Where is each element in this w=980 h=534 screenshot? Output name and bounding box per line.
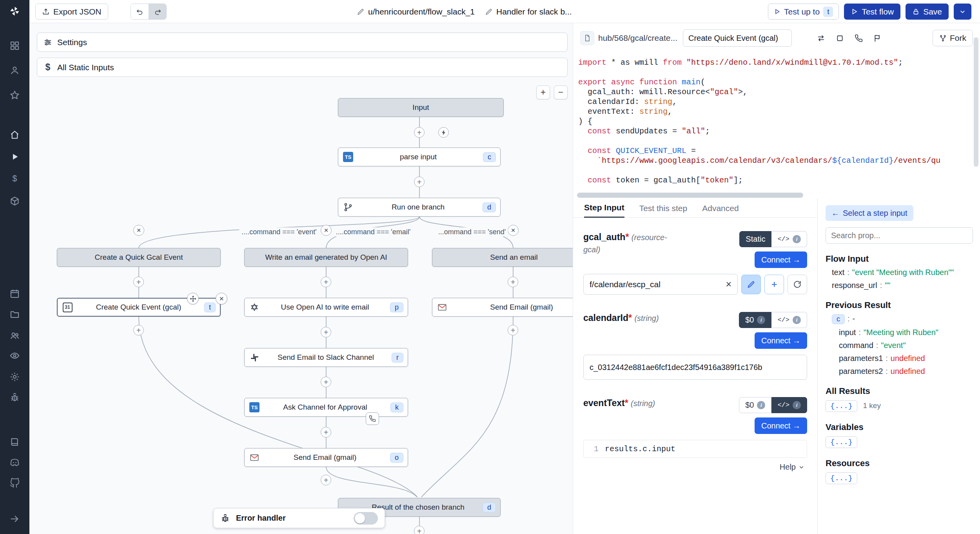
insert-step-plus-icon[interactable]: +: [321, 277, 331, 287]
flow-path-breadcrumb[interactable]: u/henricourdent/flow_slack_1: [357, 0, 475, 23]
test-flow-button[interactable]: Test flow: [844, 4, 900, 20]
expand-object-button[interactable]: {...}: [826, 400, 857, 412]
connect-button[interactable]: Connect →: [755, 252, 807, 268]
delete-branch-icon[interactable]: ×: [508, 225, 519, 236]
zoom-in-button[interactable]: +: [536, 86, 550, 99]
prop-row[interactable]: c:-: [832, 314, 973, 324]
insert-step-plus-icon[interactable]: +: [133, 277, 144, 287]
node-ask-channel-for-approval[interactable]: TS Ask Channel for Approval k: [244, 398, 408, 417]
expand-box-icon[interactable]: [832, 30, 848, 46]
trigger-bolt-icon[interactable]: [438, 127, 449, 138]
code-mode-button[interactable]: </>i: [771, 231, 807, 247]
fork-button[interactable]: Fork: [933, 30, 973, 46]
undo-button[interactable]: [131, 4, 149, 19]
workers-bug-icon[interactable]: [6, 389, 23, 406]
flow-summary-breadcrumb[interactable]: Handler for slack b...: [485, 0, 572, 23]
connect-button[interactable]: Connect →: [755, 332, 807, 349]
node-branch-write-email-openai[interactable]: Write an email generated by Open AI: [244, 248, 408, 267]
node-input[interactable]: Input: [338, 98, 504, 117]
home-icon[interactable]: [6, 126, 23, 143]
static-mode-button[interactable]: Static: [739, 231, 771, 247]
node-branch-create-gcal-event[interactable]: Create a Quick Gcal Event: [57, 248, 221, 267]
all-static-inputs-bar[interactable]: $ All Static Inputs: [37, 58, 568, 77]
insert-step-plus-icon[interactable]: +: [133, 325, 144, 335]
node-parse-input[interactable]: TS parse input c: [338, 148, 501, 166]
prop-row[interactable]: text:"event "Meeting with Ruben"": [832, 268, 973, 277]
tab-advanced[interactable]: Advanced: [702, 204, 739, 217]
insert-step-plus-icon[interactable]: +: [508, 277, 518, 287]
node-send-email-slack-channel[interactable]: Send Email to Slack Channel r: [244, 348, 408, 367]
node-create-quick-event-gcal[interactable]: 31 Create Quick Event (gcal) t ×: [57, 298, 221, 317]
docs-book-icon[interactable]: [6, 434, 23, 450]
audit-eye-icon[interactable]: [6, 347, 23, 364]
prop-row[interactable]: parameters2:undefined: [839, 367, 973, 376]
insert-step-plus-icon[interactable]: +: [321, 327, 331, 337]
groups-icon[interactable]: [6, 327, 23, 344]
remove-step-icon[interactable]: ×: [216, 293, 227, 304]
delete-branch-icon[interactable]: ×: [133, 225, 144, 236]
code-horizontal-scrollbar[interactable]: [577, 193, 803, 198]
insert-step-plus-icon[interactable]: +: [414, 177, 425, 187]
static-mode-button[interactable]: $0i: [739, 312, 771, 328]
error-handler-toggle[interactable]: [354, 512, 378, 525]
connect-button[interactable]: Connect →: [755, 417, 807, 434]
expression-editor[interactable]: 1 results.c.input: [583, 440, 807, 458]
flag-icon[interactable]: [869, 30, 886, 46]
clear-resource-icon[interactable]: ×: [726, 279, 731, 290]
diff-swap-icon[interactable]: [813, 30, 829, 46]
script-path-chip[interactable]: hub/568/gcal/create...: [580, 31, 677, 45]
select-step-input-button[interactable]: ← Select a step input: [826, 205, 913, 221]
insert-step-plus-icon[interactable]: +: [414, 127, 425, 138]
save-button[interactable]: Save: [906, 4, 949, 20]
node-send-email-gmail-branch-b[interactable]: Send Email (gmail) o: [244, 448, 408, 467]
folders-icon[interactable]: [6, 306, 23, 323]
prop-row[interactable]: response_url:"": [832, 281, 973, 290]
calendar-id-input[interactable]: [583, 355, 807, 380]
insert-step-plus-icon[interactable]: +: [414, 526, 425, 534]
refresh-resource-button[interactable]: [788, 275, 807, 294]
prop-row[interactable]: input:"Meeting with Ruben": [839, 328, 973, 337]
add-resource-button[interactable]: +: [764, 275, 784, 294]
schedules-calendar-icon[interactable]: [6, 285, 23, 302]
search-prop-input[interactable]: [826, 227, 973, 244]
user-icon[interactable]: [6, 62, 23, 79]
code-mode-button[interactable]: </>i: [771, 312, 807, 328]
test-up-to-button[interactable]: Test up to t: [768, 4, 839, 20]
code-vertical-scrollbar[interactable]: [974, 37, 978, 167]
flow-settings-bar[interactable]: Settings: [37, 33, 568, 52]
insert-step-plus-icon[interactable]: +: [508, 325, 518, 335]
settings-gear-icon[interactable]: [6, 368, 23, 385]
code-content[interactable]: import * as wmill from "https://deno.lan…: [573, 53, 980, 193]
zoom-out-button[interactable]: −: [554, 86, 568, 99]
variables-dollar-icon[interactable]: $: [6, 170, 23, 187]
insert-step-plus-icon[interactable]: +: [321, 427, 331, 437]
tab-step-input[interactable]: Step Input: [584, 203, 624, 218]
redo-button[interactable]: [149, 4, 166, 19]
error-handler-bar[interactable]: Error handler: [213, 508, 385, 528]
resource-input[interactable]: f/calendar/escp_cal ×: [583, 274, 738, 295]
prop-row[interactable]: parameters1:undefined: [839, 354, 973, 363]
static-mode-button[interactable]: $0i: [739, 397, 771, 413]
favorites-star-icon[interactable]: [6, 87, 23, 104]
apps-icon[interactable]: [6, 37, 23, 54]
discord-icon[interactable]: [6, 454, 23, 471]
code-mode-button[interactable]: </>i: [771, 397, 807, 413]
windmill-logo-icon[interactable]: [6, 3, 23, 20]
phone-call-icon[interactable]: [851, 30, 867, 46]
node-send-email-gmail-branch-c[interactable]: Send Email (gmail): [432, 298, 573, 317]
expand-object-button[interactable]: {...}: [826, 472, 857, 484]
delete-branch-icon[interactable]: ×: [321, 225, 332, 236]
insert-step-plus-icon[interactable]: +: [321, 475, 331, 485]
node-use-openai-write-email[interactable]: Use Open AI to write email p: [244, 298, 408, 317]
expand-sidebar-arrow-icon[interactable]: [6, 510, 23, 527]
runs-play-icon[interactable]: [6, 148, 23, 165]
tab-test-this-step[interactable]: Test this step: [639, 204, 688, 217]
node-run-one-branch[interactable]: Run one branch d: [338, 198, 501, 217]
resources-cube-icon[interactable]: [6, 193, 23, 210]
github-icon[interactable]: [6, 475, 23, 492]
node-branch-send-email[interactable]: Send an email: [432, 248, 573, 267]
edit-resource-button[interactable]: [741, 275, 761, 294]
prop-row[interactable]: command:"event": [839, 341, 973, 350]
help-link[interactable]: Help: [583, 463, 807, 472]
move-step-handle[interactable]: [187, 293, 199, 304]
